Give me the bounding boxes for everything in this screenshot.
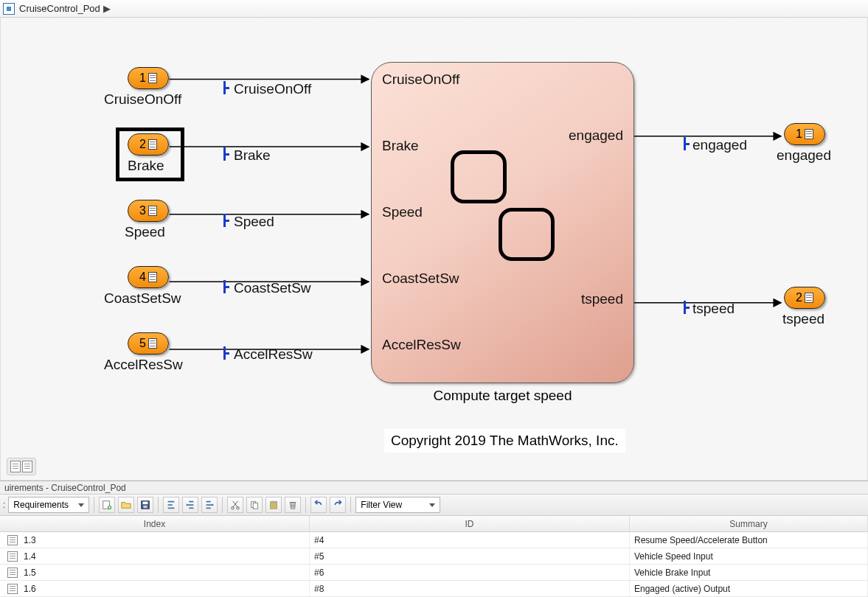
delete-button[interactable] [285,497,301,513]
col-id[interactable]: ID [310,516,630,531]
chevron-right-icon: ▶ [103,3,111,14]
breadcrumb[interactable]: CruiseControl_Pod ▶ [0,0,868,18]
requirement-badge-icon [805,129,813,139]
outport-1-label: engaged [777,147,831,164]
outport-2[interactable]: 2 [784,287,825,309]
row-id: #4 [314,535,324,545]
new-link-button[interactable] [99,497,115,513]
inport-5-label: AccelResSw [104,357,183,373]
signal-prop-icon [219,280,229,293]
signal-label-3: Speed [234,214,274,230]
svg-rect-10 [143,502,148,505]
requirement-icon [7,551,18,562]
redo-button[interactable] [330,497,346,513]
requirement-badge-icon [148,272,157,282]
requirement-badge-icon [148,338,157,349]
requirement-badge-icon [148,206,157,216]
col-summary[interactable]: Summary [630,516,868,531]
col-index[interactable]: Index [0,516,310,531]
requirement-icon [7,568,18,578]
view-dropdown[interactable]: Requirements [8,497,89,513]
requirements-panel-title: uirements - CruiseControl_Pod [0,481,868,494]
row-summary: Engaged (active) Output [634,584,730,594]
block-in-3: Speed [382,204,423,220]
signal-prop-icon [679,137,690,150]
block-in-2: Brake [382,138,419,154]
inport-1-label: CruiseOnOff [104,91,181,108]
requirement-icon [7,584,18,594]
chevron-down-icon [78,503,84,507]
signal-prop-icon [219,147,229,161]
requirement-icon [7,535,18,545]
inport-2-label: Brake [128,158,164,174]
row-id: #6 [314,568,324,578]
requirements-table: Index ID Summary 1.3#4Resume Speed/Accel… [0,516,868,597]
requirement-badge-icon [148,73,157,83]
signal-label-1: CruiseOnOff [234,81,311,97]
cut-button[interactable] [227,497,243,513]
filter-dropdown[interactable]: Filter View [355,497,440,513]
row-summary: Vehicle Speed Input [634,551,713,562]
stateflow-block-label: Compute target speed [371,388,634,404]
view-toggle-icons[interactable] [7,458,36,475]
inport-3-label: Speed [125,224,165,240]
block-in-5: AccelResSw [382,337,461,353]
indent-left-button[interactable] [163,497,179,513]
row-index: 1.3 [24,535,36,545]
signal-prop-icon [219,346,229,360]
view-list-icon[interactable] [22,461,32,472]
inport-5[interactable]: 5 [128,332,169,355]
requirement-badge-icon [805,293,813,303]
copyright: Copyright 2019 The MathWorks, Inc. [384,429,625,453]
inport-3[interactable]: 3 [128,200,169,222]
filter-dropdown-label: Filter View [361,500,402,510]
block-in-1: CruiseOnOff [382,71,459,88]
requirements-toolbar: : Requirements Filter View [0,494,868,516]
signal-prop-icon [219,81,229,94]
signal-prop-icon [679,301,690,314]
inport-4[interactable]: 4 [128,266,169,288]
view-dropdown-label: Requirements [13,500,69,510]
table-row[interactable]: 1.5#6Vehicle Brake Input [0,565,868,581]
paste-button[interactable] [265,497,282,513]
chevron-down-icon [429,503,435,507]
row-index: 1.6 [24,584,36,594]
row-id: #5 [314,551,324,562]
row-index: 1.4 [24,551,36,562]
requirement-badge-icon [148,139,157,150]
indent-right-button[interactable] [201,497,218,513]
svg-rect-15 [254,503,258,509]
copy-button[interactable] [246,497,263,513]
signal-label-5: AccelResSw [234,346,313,363]
save-button[interactable] [137,497,153,513]
signal-label-4: CoastSetSw [234,280,311,296]
model-icon [3,3,15,15]
inport-4-label: CoastSetSw [104,290,181,307]
row-summary: Resume Speed/Accelerate Button [634,535,768,545]
view-hierarchy-icon[interactable] [10,461,21,472]
row-id: #8 [314,584,324,594]
block-out-2: tspeed [581,291,623,307]
diagram-canvas[interactable]: 1 CruiseOnOff 2 Brake 3 Speed 4 CoastSet… [0,18,868,481]
table-row[interactable]: 1.3#4Resume Speed/Accelerate Button [0,532,868,548]
breadcrumb-model[interactable]: CruiseControl_Pod [19,3,100,14]
outport-2-label: tspeed [782,311,824,327]
row-index: 1.5 [24,568,36,578]
signal-label-out-1: engaged [692,137,747,153]
view-label-prefix: : [3,500,5,510]
requirements-table-header: Index ID Summary [0,516,868,532]
svg-rect-11 [144,506,147,509]
signal-label-out-2: tspeed [692,301,735,317]
block-out-1: engaged [569,128,623,144]
svg-rect-17 [272,501,276,503]
table-row[interactable]: 1.4#5Vehicle Speed Input [0,548,868,565]
table-row[interactable]: 1.6#8Engaged (active) Output [0,581,868,597]
inport-2[interactable]: 2 [128,133,169,156]
outdent-left-button[interactable] [182,497,198,513]
inport-1[interactable]: 1 [128,67,169,89]
undo-button[interactable] [310,497,327,513]
signal-prop-icon [219,214,229,227]
signal-label-2: Brake [234,147,271,164]
outport-1[interactable]: 1 [784,123,825,145]
open-button[interactable] [118,497,134,513]
